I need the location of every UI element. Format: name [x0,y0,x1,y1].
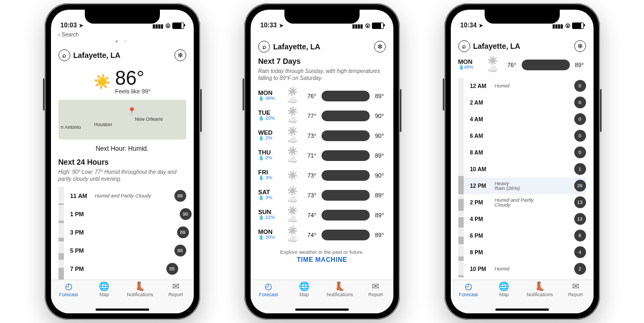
temp-range-bar [321,210,370,221]
wifi-icon: ⦿ [365,23,370,29]
tab-forecast[interactable]: ◴Forecast [451,282,487,297]
tab-report[interactable]: ✉Report [158,282,194,297]
hour-temp-badge: 90 [180,208,192,220]
report-icon: ✉ [572,282,579,291]
precip-row[interactable]: 6 PM8 [458,227,586,244]
hour-row[interactable]: 5 PM88 [58,241,186,260]
tab-map[interactable]: 🌐Map [287,282,323,297]
forecast-icon: ◴ [65,282,72,291]
hour-time: 1 PM [70,211,95,217]
tab-notifications[interactable]: 👢Notifications [522,282,558,297]
tab-notifications[interactable]: 👢Notifications [322,282,358,297]
day-strip[interactable]: MON 💧48% ☀️☁️ 76° 89° [458,56,586,74]
temp-high: 89° [373,212,386,218]
temp-high: 89° [373,192,386,199]
temp-range-bar [321,230,370,240]
precip-hourly-list[interactable]: 12 AMHumid02 AM04 AM06 AM08 AM010 AM112 … [458,78,586,277]
tab-forecast[interactable]: ◴Forecast [51,282,87,297]
tab-label: Forecast [259,292,278,297]
temp-vbar [58,187,64,205]
precip-row[interactable]: 10 AM1 [458,161,586,178]
precip-row[interactable]: 2 AM0 [458,94,586,111]
temp-low: 76° [305,93,318,99]
precip-time: 2 PM [470,199,495,205]
precip-time: 6 AM [470,133,495,139]
precip-row[interactable]: 4 PM12 [458,211,586,227]
weather-icon: ☀️☁️ [287,226,302,244]
search-icon[interactable]: ⌕ [458,40,470,52]
map-preview[interactable]: n Antonio Houston New Orleans 📍 [58,100,186,140]
settings-gear-icon[interactable]: ✻ [574,40,586,52]
day-row[interactable]: WED💧 2%☀️☁️73°90° [258,126,386,145]
precip-vbar [458,144,464,161]
precip-value-badge: 0 [574,97,586,108]
report-icon: ✉ [372,282,379,291]
day-row[interactable]: THU💧 2%☀️☁️71°89° [258,145,386,165]
temp-high: 89° [573,62,586,68]
day-row[interactable]: SUN💧 22%☀️☁️74°89° [258,205,386,225]
precip-row[interactable]: 10 PMHumid2 [458,261,586,277]
weather-icon: ☀️☁️ [287,207,302,224]
precip-vbar [458,78,464,94]
hour-time: 3 PM [70,229,95,236]
screen: 10:33 ➤ ▮▮▮▮ ⦿ ⌕ Lafayette, LA ✻ Next 7 … [251,10,393,313]
precip-value-badge: 0 [574,146,586,158]
day-row[interactable]: FRI💧 3%☀️73°90° [258,165,386,185]
precip-row[interactable]: 8 AM0 [458,144,586,161]
precip-row[interactable]: 8 PM4 [458,244,586,261]
precip-vbar [458,161,464,178]
day-row[interactable]: MON💧 30%☀️☁️74°89° [258,225,386,245]
daily-list[interactable]: MON💧 48%☀️☁️76°89°TUE💧 20%☀️☁️77°90°WED💧… [258,86,386,245]
tab-notifications[interactable]: 👢Notifications [122,282,158,297]
hour-row[interactable]: 11 AMHumid and Partly Cloudy88 [58,187,186,205]
tab-map[interactable]: 🌐Map [86,282,122,297]
temp-range-bar [321,150,370,161]
tab-map[interactable]: 🌐Map [486,282,522,297]
precip-row[interactable]: 2 PMHumid and Partly Cloudy13 [458,194,586,211]
hour-row[interactable]: 7 PM85 [58,260,186,278]
day-row[interactable]: MON💧 48%☀️☁️76°89° [258,86,386,106]
time-machine-link[interactable]: TIME MACHINE [258,256,386,263]
hour-condition: Humid and Partly Cloudy [95,193,174,199]
day-precip: 💧 30% [258,235,284,240]
day-row[interactable]: TUE💧 20%☀️☁️77°90° [258,106,386,126]
home-indicator[interactable] [495,309,549,311]
current-temperature: 86° [115,69,150,88]
day-precip: 💧 20% [258,116,284,121]
tab-report[interactable]: ✉Report [558,282,594,297]
precip-time: 4 PM [470,216,495,222]
location-title: Lafayette, LA [473,42,521,50]
status-time: 10:33 [260,21,277,29]
hourly-list[interactable]: 11 AMHumid and Partly Cloudy881 PM903 PM… [58,187,186,280]
precip-row[interactable]: 4 AM0 [458,111,586,128]
hour-temp-badge: 85 [166,263,178,275]
precip-row[interactable]: 12 AMHumid0 [458,78,586,94]
temp-high: 89° [373,93,386,99]
weather-icon: ☀️☁️ [287,107,302,124]
settings-gear-icon[interactable]: ✻ [374,41,386,53]
hour-row[interactable]: 3 PM89 [58,223,186,241]
search-icon[interactable]: ⌕ [258,41,270,53]
home-indicator[interactable] [295,309,349,311]
tab-forecast[interactable]: ◴Forecast [251,282,287,297]
precip-value-badge: 13 [574,196,586,208]
temp-low: 73° [305,172,318,179]
home-indicator[interactable] [96,309,149,311]
tab-label: Map [499,292,509,297]
precip-row[interactable]: 12 PMHeavy Rain (26%)26 [458,178,586,194]
tab-label: Notifications [526,292,553,297]
precip-condition: Humid [495,83,547,89]
precip-vbar [458,211,464,227]
precip-row[interactable]: 6 AM0 [458,128,586,144]
settings-gear-icon[interactable]: ✻ [174,49,186,61]
weather-icon: ☀️☁️ [287,187,302,204]
tab-report[interactable]: ✉Report [358,282,394,297]
day-row[interactable]: SAT💧 3%☀️☁️73°89° [258,185,386,205]
day-precip: 💧 2% [258,156,284,161]
search-icon[interactable]: ⌕ [58,49,70,61]
temp-low: 77° [305,113,318,119]
hour-row[interactable]: 1 PM90 [58,205,186,223]
back-to-search[interactable]: ‹ Search [51,30,194,38]
notch [85,10,160,24]
precip-value-badge: 1 [574,163,586,175]
